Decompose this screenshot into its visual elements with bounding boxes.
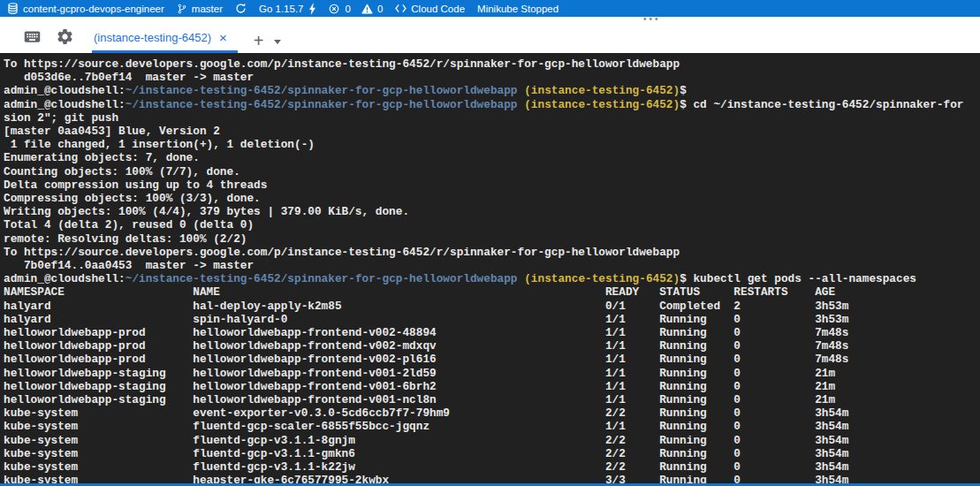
cloud-code-item[interactable]: Cloud Code xyxy=(395,4,465,14)
tab-bar: (instance-testing-6452) × + xyxy=(0,23,980,53)
terminal-line: 1 file changed, 1 insertion(+), 1 deleti… xyxy=(4,138,980,151)
terminal-line: 7b0ef14..0aa0453 master -> master xyxy=(4,259,980,272)
terminal-line: Counting objects: 100% (7/7), done. xyxy=(4,165,980,178)
terminal-line: Compressing objects: 100% (3/3), done. xyxy=(4,192,980,205)
terminal-line: admin_@cloudshell:~/instance-testing-645… xyxy=(4,98,980,111)
sync-button[interactable] xyxy=(235,3,247,14)
problems-item[interactable]: 0 0 xyxy=(329,4,384,14)
code-brackets-icon xyxy=(395,4,406,13)
new-tab-button[interactable]: + xyxy=(254,32,264,49)
terminal-line: halyard hal-deploy-apply-k2m85 0/1 Compl… xyxy=(4,300,980,313)
terminal-line: Enumerating objects: 7, done. xyxy=(4,151,980,164)
go-version-label: Go 1.15.7 xyxy=(259,4,304,14)
terminal-line: sion 2"; git push xyxy=(4,111,980,125)
terminal-line: kube-system event-exporter-v0.3.0-5cd6cc… xyxy=(4,406,980,420)
error-icon xyxy=(329,4,339,14)
minikube-status-item[interactable]: Minikube Stopped xyxy=(477,4,558,14)
terminal-line: d053d6e..7b0ef14 master -> master xyxy=(4,71,980,84)
settings-button[interactable] xyxy=(56,25,74,51)
cloud-shell-window: content-gcpro-devops-engineer master Go … xyxy=(0,0,980,486)
terminal-line: [master 0aa0453] Blue, Version 2 xyxy=(4,125,980,138)
keyboard-icon xyxy=(23,27,42,49)
terminal-output: To https://source.developers.google.com/… xyxy=(0,53,980,483)
warning-icon xyxy=(361,4,373,14)
warning-count: 0 xyxy=(377,4,383,14)
database-icon xyxy=(7,3,19,14)
terminal-line: kube-system heapster-gke-6c76577995-2kwb… xyxy=(4,474,980,483)
branch-name: master xyxy=(192,4,223,14)
terminal-line: admin_@cloudshell:~/instance-testing-645… xyxy=(4,84,980,97)
terminal-line: helloworldwebapp-staging helloworldwebap… xyxy=(4,367,980,380)
project-status-item[interactable]: content-gcpro-devops-engineer xyxy=(7,3,164,14)
keyboard-button[interactable] xyxy=(23,25,42,51)
tab-label: (instance-testing-6452) xyxy=(94,31,211,44)
gear-icon xyxy=(56,27,74,49)
terminal-line: admin_@cloudshell:~/instance-testing-645… xyxy=(4,272,980,285)
terminal-line: helloworldwebapp-staging helloworldwebap… xyxy=(4,393,980,406)
sync-icon xyxy=(235,3,247,14)
terminal-line: remote: Resolving deltas: 100% (2/2) xyxy=(4,232,980,246)
minikube-label: Minikube Stopped xyxy=(477,4,558,14)
terminal-line: To https://source.developers.google.com/… xyxy=(4,57,980,71)
cloud-code-label: Cloud Code xyxy=(411,4,465,14)
terminal-panel-header: ••• (instance-testing-6452) × + xyxy=(0,17,980,53)
terminal-line: helloworldwebapp-prod helloworldwebapp-f… xyxy=(4,353,980,366)
project-name: content-gcpro-devops-engineer xyxy=(23,4,164,14)
terminal-line: kube-system fluentd-gcp-v3.1.1-8gnjm 2/2… xyxy=(4,434,980,447)
terminal-line: Writing objects: 100% (4/4), 379 bytes |… xyxy=(4,205,980,218)
terminal-line: helloworldwebapp-staging helloworldwebap… xyxy=(4,380,980,393)
branch-status-item[interactable]: master xyxy=(177,3,223,15)
tab-close-button[interactable]: × xyxy=(219,31,227,44)
tab-instance-testing-6452[interactable]: (instance-testing-6452) × xyxy=(92,25,238,53)
terminal-line: kube-system fluentd-gcp-v3.1.1-gmkn6 2/2… xyxy=(4,447,980,460)
go-version-item[interactable]: Go 1.15.7 xyxy=(259,3,316,15)
error-count: 0 xyxy=(346,4,351,14)
terminal[interactable]: To https://source.developers.google.com/… xyxy=(0,53,980,483)
terminal-line: Delta compression using up to 4 threads xyxy=(4,178,980,192)
terminal-line: kube-system fluentd-gcp-v3.1.1-k22jw 2/2… xyxy=(4,460,980,474)
terminal-line: To https://source.developers.google.com/… xyxy=(4,246,980,259)
terminal-line: NAMESPACE NAME READY STATUS RESTARTS AGE xyxy=(4,285,980,299)
terminal-line: halyard spin-halyard-0 1/1 Running 0 3h5… xyxy=(4,313,980,326)
lightning-icon xyxy=(308,3,316,15)
status-bar: content-gcpro-devops-engineer master Go … xyxy=(0,0,980,17)
terminal-line: Total 4 (delta 2), reused 0 (delta 0) xyxy=(4,218,980,232)
terminal-line: helloworldwebapp-prod helloworldwebapp-f… xyxy=(4,339,980,353)
git-branch-icon xyxy=(177,3,187,15)
terminal-line: kube-system fluentd-gcp-scaler-6855f55bc… xyxy=(4,420,980,433)
chevron-down-icon[interactable] xyxy=(274,40,281,44)
terminal-line: helloworldwebapp-prod helloworldwebapp-f… xyxy=(4,326,980,339)
